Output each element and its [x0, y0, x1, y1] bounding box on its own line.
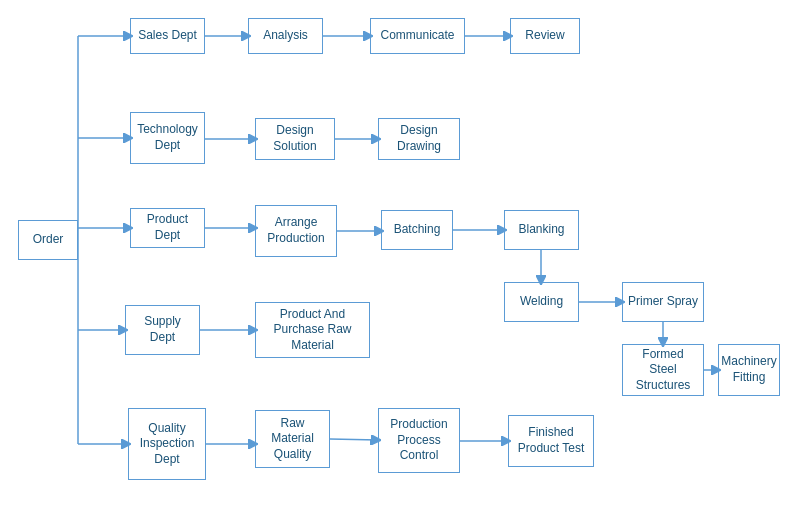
box-analysis: Analysis	[248, 18, 323, 54]
box-product-dept: Product Dept	[130, 208, 205, 248]
box-quality-dept: Quality Inspection Dept	[128, 408, 206, 480]
box-finished-product: Finished Product Test	[508, 415, 594, 467]
box-production-process: Production Process Control	[378, 408, 460, 473]
box-welding: Welding	[504, 282, 579, 322]
box-product-purchase: Product And Purchase Raw Material	[255, 302, 370, 358]
box-design-drawing: Design Drawing	[378, 118, 460, 160]
box-order: Order	[18, 220, 78, 260]
box-blanking: Blanking	[504, 210, 579, 250]
svg-line-22	[330, 439, 378, 440]
box-arrange-prod: Arrange Production	[255, 205, 337, 257]
box-review: Review	[510, 18, 580, 54]
box-tech-dept: Technology Dept	[130, 112, 205, 164]
box-formed-steel: Formed Steel Structures	[622, 344, 704, 396]
box-communicate: Communicate	[370, 18, 465, 54]
box-supply-dept: Supply Dept	[125, 305, 200, 355]
box-machinery-fitting: Machinery Fitting	[718, 344, 780, 396]
box-raw-material-quality: Raw Material Quality	[255, 410, 330, 468]
flowchart-diagram: Order Sales Dept Analysis Communicate Re…	[0, 0, 786, 510]
box-design-solution: Design Solution	[255, 118, 335, 160]
box-batching: Batching	[381, 210, 453, 250]
box-sales-dept: Sales Dept	[130, 18, 205, 54]
box-primer-spray: Primer Spray	[622, 282, 704, 322]
